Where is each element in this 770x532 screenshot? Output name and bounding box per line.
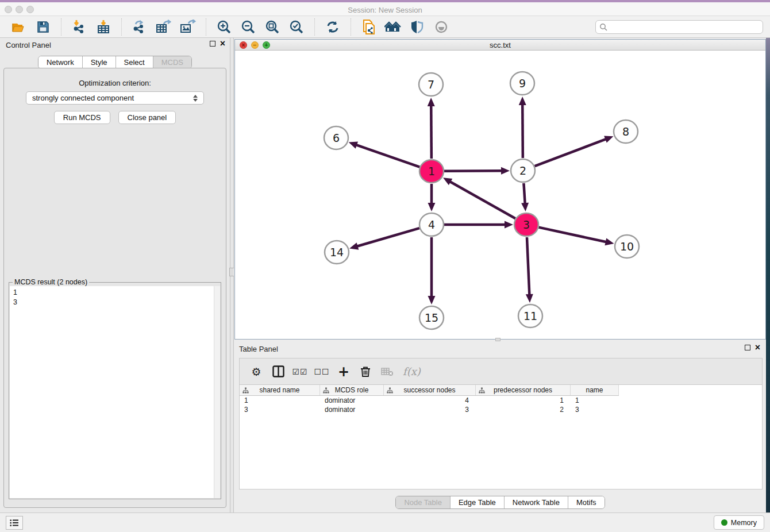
float-table-panel-icon[interactable] <box>745 345 750 350</box>
tab-select[interactable]: Select <box>116 56 153 68</box>
graph-node-2[interactable]: 2 <box>511 159 535 182</box>
close-panel-icon[interactable]: × <box>220 40 225 47</box>
edge-1-6[interactable] <box>355 144 419 167</box>
svg-text:7: 7 <box>428 78 434 91</box>
tab-network-table[interactable]: Network Table <box>505 496 568 508</box>
mcds-result-item[interactable]: 1 <box>13 288 217 298</box>
graph-node-3[interactable]: 3 <box>514 213 538 236</box>
graph-node-10[interactable]: 10 <box>615 235 639 258</box>
cell-MCDS-role[interactable]: dominator <box>320 396 384 405</box>
tab-mcds[interactable]: MCDS <box>153 56 191 68</box>
close-panel-button[interactable]: Close panel <box>118 111 176 124</box>
cell-predecessor-nodes[interactable]: 1 <box>476 396 571 405</box>
run-mcds-button[interactable]: Run MCDS <box>54 111 110 124</box>
cell-MCDS-role[interactable]: dominator <box>320 405 384 414</box>
zoom-fit-icon[interactable] <box>264 18 281 36</box>
node-table[interactable]: shared nameMCDS rolesuccessor nodesprede… <box>239 384 763 489</box>
show-columns-icon[interactable] <box>271 364 286 379</box>
graph-node-8[interactable]: 8 <box>614 120 638 143</box>
zoom-in-icon[interactable] <box>215 18 233 36</box>
table-row[interactable]: 1dominator411 <box>240 396 762 405</box>
export-table-icon[interactable] <box>155 18 172 36</box>
svg-text:10: 10 <box>620 240 634 253</box>
float-panel-icon[interactable] <box>210 41 215 47</box>
network-window-titlebar[interactable]: × − + scc.txt <box>235 40 765 51</box>
equation-builder-icon[interactable]: f(x) <box>403 365 421 377</box>
edge-4-14[interactable] <box>356 228 419 246</box>
cell-successor-nodes[interactable]: 3 <box>384 405 476 414</box>
refresh-layout-icon[interactable] <box>324 18 341 36</box>
zoom-selected-icon[interactable] <box>288 18 305 36</box>
edge-2-9[interactable] <box>522 103 523 158</box>
export-image-icon[interactable] <box>179 18 197 36</box>
cell-predecessor-nodes[interactable]: 2 <box>476 405 571 414</box>
mcds-result-title: MCDS result (2 nodes) <box>13 278 89 286</box>
tab-network[interactable]: Network <box>38 56 83 68</box>
graph-node-9[interactable]: 9 <box>510 72 534 95</box>
import-network-icon[interactable] <box>71 18 88 36</box>
import-table-icon[interactable] <box>95 18 112 36</box>
svg-text:15: 15 <box>425 311 438 324</box>
table-row[interactable]: 3dominator323 <box>240 405 762 414</box>
svg-text:4: 4 <box>428 218 435 231</box>
edge-2-8[interactable] <box>535 138 608 166</box>
zoom-out-icon[interactable] <box>240 18 257 36</box>
graph-node-11[interactable]: 11 <box>518 304 542 327</box>
mcds-result-item[interactable]: 3 <box>13 298 217 307</box>
toolbar-separator <box>121 18 122 36</box>
graph-node-6[interactable]: 6 <box>324 126 348 149</box>
column-header-predecessor-nodes[interactable]: predecessor nodes <box>476 385 571 395</box>
tab-node-table[interactable]: Node Table <box>396 496 451 508</box>
column-header-shared-name[interactable]: shared name <box>240 385 320 395</box>
tab-motifs[interactable]: Motifs <box>568 496 605 508</box>
graph-node-1[interactable]: 1 <box>419 160 444 183</box>
delete-table-icon[interactable] <box>380 364 395 379</box>
mcds-result-list[interactable]: 13 <box>10 286 220 498</box>
edge-2-3[interactable] <box>523 183 525 205</box>
edge-arrowhead <box>604 136 613 142</box>
network-window-title: scc.txt <box>235 40 765 51</box>
style-preview-icon[interactable] <box>409 18 426 36</box>
edge-3-1[interactable] <box>449 181 515 219</box>
column-header-MCDS-role[interactable]: MCDS role <box>320 385 384 395</box>
search-input[interactable] <box>595 20 763 34</box>
tab-edge-table[interactable]: Edge Table <box>451 496 505 508</box>
memory-button[interactable]: Memory <box>714 515 764 530</box>
edge-1-7[interactable] <box>431 104 432 159</box>
cell-successor-nodes[interactable]: 4 <box>384 396 476 405</box>
edge-1-2[interactable] <box>444 171 503 171</box>
copy-network-icon[interactable] <box>360 18 378 36</box>
cell-shared-name[interactable]: 1 <box>240 396 320 405</box>
task-history-button[interactable] <box>6 516 23 530</box>
select-all-rows-icon[interactable]: ☑☑ <box>292 364 307 379</box>
open-session-icon[interactable] <box>10 18 28 36</box>
desktop-background-sliver <box>766 38 770 512</box>
edge-3-11[interactable] <box>527 237 530 296</box>
cell-name[interactable]: 1 <box>571 396 619 405</box>
graph-node-4[interactable]: 4 <box>419 213 444 236</box>
add-column-icon[interactable]: + <box>336 364 351 379</box>
control-panel: Control Panel × NetworkStyleSelectMCDS O… <box>0 38 230 512</box>
horizontal-splitter-handle[interactable] <box>495 338 500 341</box>
export-network-icon[interactable] <box>131 18 148 36</box>
deselect-all-rows-icon[interactable]: ☐☐ <box>314 364 329 379</box>
tab-style[interactable]: Style <box>83 56 116 68</box>
network-overview-icon[interactable] <box>384 18 402 36</box>
graph-node-15[interactable]: 15 <box>419 306 444 329</box>
cell-shared-name[interactable]: 3 <box>240 405 320 414</box>
column-header-successor-nodes[interactable]: successor nodes <box>384 385 476 395</box>
table-settings-icon[interactable]: ⚙ <box>249 364 264 379</box>
delete-columns-icon[interactable] <box>358 364 373 379</box>
show-graphics-details-icon[interactable] <box>433 18 450 36</box>
result-scrollbar[interactable] <box>214 286 220 498</box>
column-header-name[interactable]: name <box>571 385 619 395</box>
criterion-dropdown[interactable]: strongly connected component <box>26 91 204 105</box>
cell-name[interactable]: 3 <box>571 405 619 414</box>
graph-node-14[interactable]: 14 <box>325 241 349 264</box>
graph-node-7[interactable]: 7 <box>419 73 443 96</box>
close-table-panel-icon[interactable]: × <box>755 344 760 351</box>
network-canvas[interactable]: 7968124314101511 <box>235 51 765 339</box>
save-session-icon[interactable] <box>34 18 52 36</box>
edge-arrowhead <box>605 238 614 246</box>
edge-3-10[interactable] <box>538 228 607 242</box>
